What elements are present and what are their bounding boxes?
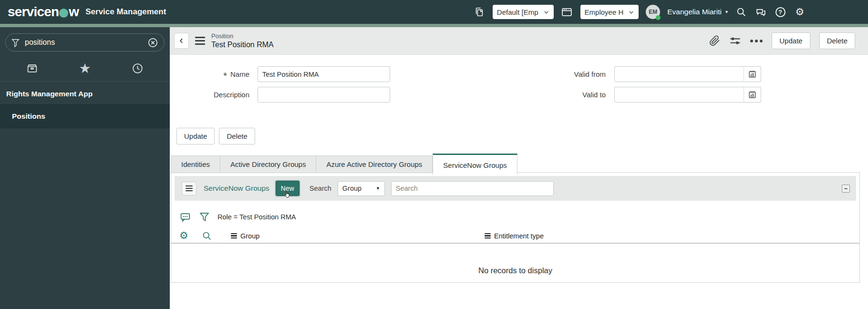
column-header-entitlement-type[interactable]: Entitlement type <box>485 228 544 244</box>
paperclip-icon[interactable] <box>709 35 720 46</box>
logo-text-left: servicen <box>8 4 59 20</box>
valid-to-field: Valid to <box>526 87 761 103</box>
list-toolbar: ServiceNow Groups New Search Group ▼ − <box>175 176 856 201</box>
copy-pages-icon[interactable] <box>473 6 486 18</box>
accent-strip <box>0 24 868 27</box>
related-list-tabs: Identities Active Directory Groups Azure… <box>171 154 517 173</box>
chat-icon[interactable] <box>754 6 767 18</box>
collapse-list-icon[interactable]: − <box>842 185 850 193</box>
column-header-group[interactable]: Group <box>231 228 259 244</box>
gear-icon[interactable]: ⚙ <box>794 6 806 18</box>
list-menu-icon[interactable] <box>182 182 196 196</box>
search-label: Search <box>310 185 331 192</box>
calendar-icon[interactable] <box>744 87 761 103</box>
search-column-value: Group <box>342 185 362 192</box>
presence-dot <box>656 15 661 20</box>
select-arrow-icon: ▼ <box>376 186 380 191</box>
all-applications-icon[interactable] <box>22 59 41 78</box>
column-menu-icon <box>485 233 491 239</box>
clear-filter-icon[interactable] <box>147 37 158 48</box>
sidebar-item-label: Positions <box>12 112 45 121</box>
column-search-icon[interactable] <box>202 231 212 241</box>
sliders-icon[interactable] <box>729 35 741 47</box>
tab-active-directory-groups[interactable]: Active Directory Groups <box>220 155 316 173</box>
name-field: * Name <box>176 66 390 82</box>
calendar-icon[interactable] <box>744 66 761 82</box>
filter-funnel-icon[interactable] <box>199 212 209 223</box>
avatar[interactable]: EM <box>646 5 660 19</box>
servicenow-logo[interactable]: servicen w <box>8 4 79 20</box>
update-button[interactable]: Update <box>772 32 810 49</box>
valid-to-label: Valid to <box>526 91 606 99</box>
question-mark: ? <box>775 7 785 17</box>
empty-state-message: No records to display <box>171 266 859 275</box>
more-options-icon[interactable] <box>750 40 763 42</box>
avatar-initials: EM <box>649 9 657 15</box>
window-icon[interactable] <box>561 6 573 18</box>
banner: servicen w Service Management Default [E… <box>0 0 868 24</box>
caret-down-icon: ▾ <box>725 10 728 14</box>
valid-from-input[interactable] <box>614 66 744 82</box>
record-header-actions: Update Delete <box>709 32 855 49</box>
servicenow-groups-panel: ServiceNow Groups New Search Group ▼ − <box>171 172 860 283</box>
tab-azure-active-directory-groups[interactable]: Azure Active Directory Groups <box>316 155 433 173</box>
name-label: * Name <box>176 70 249 78</box>
favorites-star-icon[interactable]: ★ <box>75 59 94 78</box>
global-search-icon[interactable] <box>735 6 747 18</box>
filter-funnel-icon <box>11 38 20 47</box>
personalize-gear-icon[interactable]: ⚙ <box>179 231 188 241</box>
form-delete-button[interactable]: Delete <box>219 128 255 144</box>
product-title: Service Management <box>85 7 166 17</box>
logo-o-icon <box>59 9 68 18</box>
tab-servicenow-groups[interactable]: ServiceNow Groups <box>433 154 517 175</box>
list-header-row: ⚙ Group Entitlement type <box>171 228 859 244</box>
record-type: Position <box>211 32 274 40</box>
update-set-value: Default [Emp <box>497 8 538 16</box>
new-button[interactable]: New <box>276 181 300 196</box>
chevron-down-icon <box>543 9 549 15</box>
filter-breadcrumb[interactable]: Role = Test Position RMA <box>217 213 296 221</box>
required-icon: * <box>223 73 227 76</box>
list-breadcrumb-row: Role = Test Position RMA <box>179 209 296 225</box>
record-name: Test Position RMA <box>211 40 274 49</box>
navigator-filter-input[interactable] <box>25 38 147 47</box>
valid-from-label: Valid from <box>526 70 606 78</box>
record-header: Position Test Position RMA Update Delete <box>170 27 868 55</box>
valid-from-field: Valid from <box>526 66 761 82</box>
form-update-button[interactable]: Update <box>176 128 215 144</box>
application-label: Rights Management App <box>0 82 170 104</box>
application-picker[interactable]: Employee H <box>580 5 639 19</box>
chevron-down-icon <box>628 9 634 15</box>
navigator-tabs: ★ <box>0 56 170 82</box>
valid-to-input[interactable] <box>614 87 744 103</box>
context-menu-icon[interactable] <box>195 37 205 45</box>
main-content: Position Test Position RMA Update Delete <box>170 27 868 309</box>
back-button[interactable] <box>174 33 189 49</box>
search-column-select[interactable]: Group ▼ <box>338 181 385 196</box>
form-buttons: Update Delete <box>176 128 255 144</box>
update-set-picker[interactable]: Default [Emp <box>493 5 554 19</box>
history-clock-icon[interactable] <box>128 59 147 78</box>
logo-text-right: w <box>69 4 79 20</box>
name-input[interactable] <box>258 66 390 82</box>
application-navigator: ★ Rights Management App Positions <box>0 27 170 309</box>
tab-identities[interactable]: Identities <box>171 155 220 173</box>
comment-bubble-icon[interactable] <box>179 211 191 223</box>
help-icon[interactable]: ? <box>774 6 786 18</box>
user-name: Evangelia Miariti <box>667 8 722 16</box>
list-search-input[interactable] <box>391 181 554 196</box>
user-menu[interactable]: Evangelia Miariti ▾ <box>667 8 728 16</box>
banner-controls: Default [Emp Employee H EM Evangelia Mia… <box>473 0 806 24</box>
record-title-block: Position Test Position RMA <box>211 32 274 49</box>
sidebar-item-positions[interactable]: Positions <box>0 104 170 128</box>
list-title: ServiceNow Groups <box>204 184 269 193</box>
description-field: Description <box>176 87 390 103</box>
navigator-filter[interactable] <box>5 33 165 52</box>
column-menu-icon <box>231 233 237 239</box>
application-value: Employee H <box>585 8 624 16</box>
description-input[interactable] <box>258 87 390 103</box>
description-label: Description <box>176 91 249 99</box>
delete-button[interactable]: Delete <box>819 32 855 49</box>
